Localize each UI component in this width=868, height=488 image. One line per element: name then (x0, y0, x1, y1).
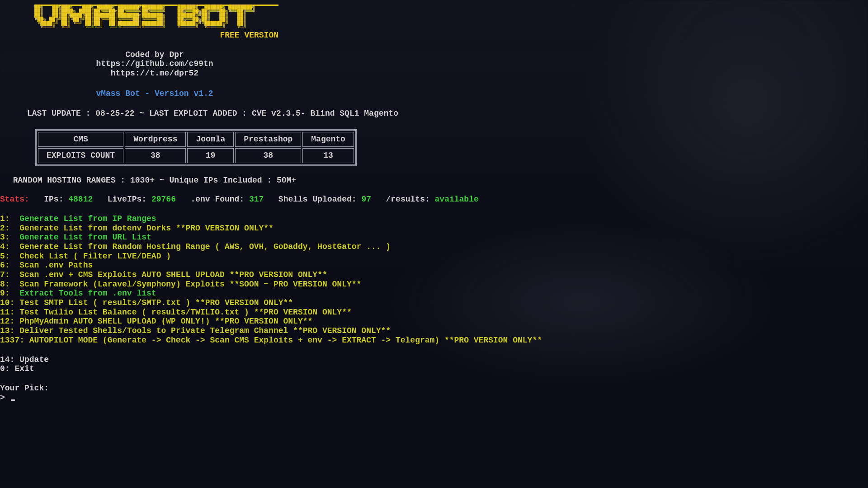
table-row-label: EXPLOITS COUNT (38, 148, 123, 163)
stats-liveips-label: LiveIPs: (108, 195, 146, 204)
menu-item[interactable]: 14: Update (0, 355, 868, 365)
table-header: Wordpress (125, 132, 186, 147)
logo-block: ██╗ ██╗███╗ ███╗ █████╗ ███████╗███████╗… (34, 5, 278, 40)
stats-env: 317 (249, 195, 264, 204)
menu-item[interactable]: 12: PhpMyAdmin AUTO SHELL UPLOAD (WP ONL… (0, 317, 868, 326)
menu-item-number: 9: (0, 289, 19, 298)
menu-item[interactable]: 0: Exit (0, 364, 868, 374)
version-line: vMass Bot - Version v1.2 (0, 89, 309, 99)
terminal-output: ██╗ ██╗███╗ ███╗ █████╗ ███████╗███████╗… (0, 0, 868, 402)
menu-item-number: 13: (0, 326, 19, 335)
menu-item-label: Scan Framework (Laravel/Symphony) Exploi… (19, 280, 361, 289)
prompt-label: Your Pick: (0, 384, 868, 393)
menu-item-number: 12: (0, 317, 19, 326)
stats-results-label: /results: (386, 195, 430, 204)
menu-item-label: Generate List from Random Hosting Range … (19, 242, 391, 251)
menu-item-number: 10: (0, 298, 19, 307)
credits-block: Coded by Dpr https://github.com/c99tn ht… (0, 50, 309, 99)
menu-item[interactable]: 9: Extract Tools from .env list (0, 289, 868, 298)
menu-item-label: Update (19, 355, 49, 364)
menu-item[interactable]: 6: Scan .env Paths (0, 261, 868, 270)
table-cell: 13 (302, 148, 354, 163)
cursor-icon (11, 399, 15, 401)
stats-ips-label: IPs: (44, 195, 63, 204)
menu-item-number: 14: (0, 355, 19, 364)
stats-shells-label: Shells Uploaded: (278, 195, 357, 204)
menu-item-label: Deliver Tested Shells/Tools to Private T… (19, 326, 391, 335)
menu-item[interactable]: 2: Generate List from dotenv Dorks **PRO… (0, 224, 868, 233)
exploits-table: CMS Wordpress Joomla Prestashop Magento … (35, 129, 357, 165)
table-cell: 19 (187, 148, 234, 163)
stats-env-label: .env Found: (190, 195, 244, 204)
menu-item-label: Generate List from URL List (19, 233, 151, 242)
menu-item-label: Check List ( Filter LIVE/DEAD ) (19, 252, 171, 261)
menu-item[interactable]: 1337: AUTOPILOT MODE (Generate -> Check … (0, 336, 868, 345)
menu-item-number: 5: (0, 252, 19, 261)
menu-item[interactable]: 11: Test Twilio List Balance ( results/T… (0, 308, 868, 317)
menu-item-number: 1: (0, 214, 19, 223)
menu-item[interactable]: 5: Check List ( Filter LIVE/DEAD ) (0, 252, 868, 261)
menu-item-label: Exit (14, 364, 34, 373)
menu-item[interactable]: 3: Generate List from URL List (0, 233, 868, 242)
menu-item-label: Extract Tools from .env list (19, 289, 156, 298)
coded-by: Coded by Dpr (0, 50, 309, 60)
github-link: https://github.com/c99tn (0, 59, 309, 69)
prompt-marker: > (0, 393, 10, 402)
stats-ips: 48812 (68, 195, 93, 204)
telegram-link: https://t.me/dpr52 (0, 69, 309, 78)
footer-menu: 14: Update0: Exit (0, 355, 868, 374)
stats-liveips: 29766 (151, 195, 176, 204)
table-header: CMS (38, 132, 123, 147)
menu-item-number: 6: (0, 261, 19, 270)
table-header: Magento (302, 132, 354, 147)
prompt-line[interactable]: > (0, 393, 868, 403)
menu-item-label: Generate List from IP Ranges (19, 214, 156, 223)
table-row: CMS Wordpress Joomla Prestashop Magento (38, 132, 354, 147)
menu-item-number: 2: (0, 224, 19, 233)
menu-item-label: AUTOPILOT MODE (Generate -> Check -> Sca… (29, 336, 542, 345)
menu-item-label: Test SMTP List ( results/SMTP.txt ) **PR… (19, 298, 293, 307)
menu-item-number: 8: (0, 280, 19, 289)
prompt-block[interactable]: Your Pick: > (0, 384, 868, 402)
table-cell: 38 (235, 148, 301, 163)
table-header: Prestashop (235, 132, 301, 147)
table-cell: 38 (125, 148, 186, 163)
stats-shells: 97 (361, 195, 371, 204)
stats-line: Stats: IPs: 48812 LiveIPs: 29766 .env Fo… (0, 195, 868, 204)
menu-item-label: PhpMyAdmin AUTO SHELL UPLOAD (WP ONLY!) … (19, 317, 312, 326)
free-version-label: FREE VERSION (34, 31, 278, 40)
menu-item[interactable]: 10: Test SMTP List ( results/SMTP.txt ) … (0, 298, 868, 308)
menu-item-label: Scan .env + CMS Exploits AUTO SHELL UPLO… (19, 270, 327, 279)
stats-label: Stats: (0, 195, 29, 204)
table-header: Joomla (187, 132, 234, 147)
table-row: EXPLOITS COUNT 38 19 38 13 (38, 148, 354, 163)
menu-item[interactable]: 7: Scan .env + CMS Exploits AUTO SHELL U… (0, 270, 868, 280)
menu-item-number: 3: (0, 233, 19, 242)
menu-item-label: Scan .env Paths (19, 261, 93, 270)
ascii-logo: ██╗ ██╗███╗ ███╗ █████╗ ███████╗███████╗… (34, 5, 278, 30)
menu-item[interactable]: 1: Generate List from IP Ranges (0, 214, 868, 224)
menu-item[interactable]: 8: Scan Framework (Laravel/Symphony) Exp… (0, 280, 868, 289)
main-menu: 1: Generate List from IP Ranges2: Genera… (0, 214, 868, 345)
menu-item-number: 11: (0, 308, 19, 317)
menu-item-number: 1337: (0, 336, 29, 345)
menu-item-number: 0: (0, 364, 14, 373)
menu-item-number: 7: (0, 270, 19, 279)
menu-item-label: Generate List from dotenv Dorks **PRO VE… (19, 224, 274, 233)
last-update-line: LAST UPDATE : 08-25-22 ~ LAST EXPLOIT AD… (27, 109, 868, 118)
stats-results: available (435, 195, 479, 204)
menu-item[interactable]: 4: Generate List from Random Hosting Ran… (0, 242, 868, 252)
menu-item-number: 4: (0, 242, 19, 251)
menu-item-label: Test Twilio List Balance ( results/TWILI… (19, 308, 352, 317)
menu-item[interactable]: 13: Deliver Tested Shells/Tools to Priva… (0, 326, 868, 336)
random-hosting-line: RANDOM HOSTING RANGES : 1030+ ~ Unique I… (0, 176, 309, 185)
